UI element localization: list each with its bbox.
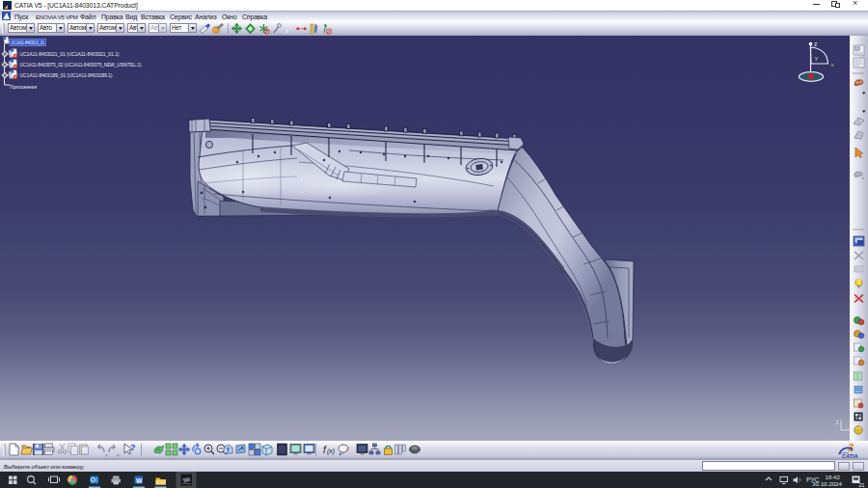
svg-text:x: x [831, 62, 834, 68]
svg-text:21: 21 [859, 482, 865, 488]
svg-text:CATIA: CATIA [842, 453, 857, 459]
svg-text:W: W [136, 477, 143, 484]
svg-text:UC1A11-8403021_01 (UC1A11-8403: UC1A11-8403021_01 (UC1A11-8403021_01.1) [20, 51, 120, 57]
svg-text:(x): (x) [327, 447, 335, 455]
svg-text:?: ? [130, 443, 136, 452]
svg-text:UC1A11-8403075_02 (UC1A11-8403: UC1A11-8403075_02 (UC1A11-8403075_NEW_US… [20, 62, 142, 68]
svg-text:Приложения: Приложения [10, 84, 37, 90]
svg-text:30.10.2024: 30.10.2024 [812, 480, 843, 487]
svg-text:z: z [836, 419, 839, 425]
svg-text:18:42: 18:42 [826, 474, 841, 480]
svg-text:UC1A11-8403013_01: UC1A11-8403013_01 [12, 40, 45, 45]
svg-text:UC1A11-8403189_01 (UC1A11-8403: UC1A11-8403189_01 (UC1A11-8403189.1) [20, 72, 113, 78]
svg-text:z: z [814, 41, 817, 47]
svg-text:y: y [815, 55, 818, 61]
svg-text:x: x [845, 423, 848, 429]
